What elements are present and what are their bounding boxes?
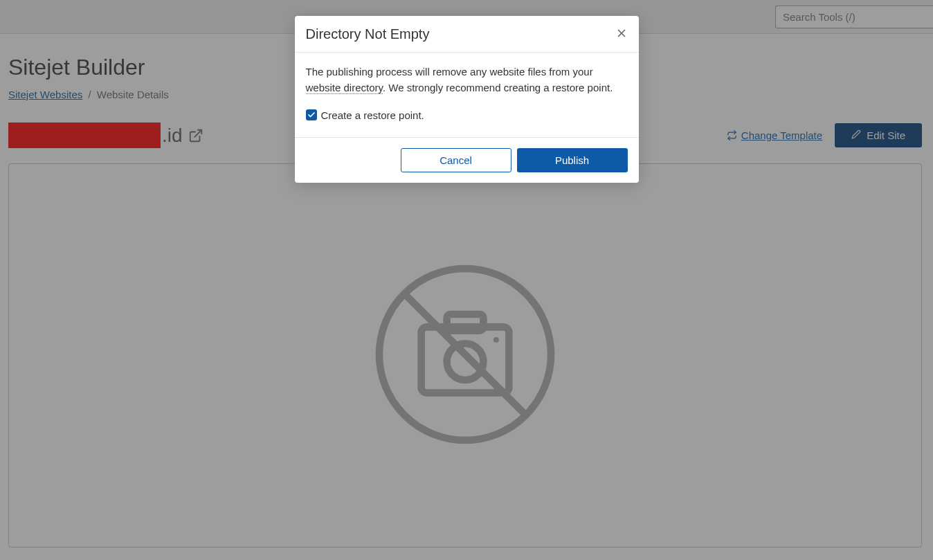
modal-overlay[interactable]: Directory Not Empty The publishing proce… (0, 0, 933, 560)
publish-button[interactable]: Publish (517, 148, 628, 172)
modal-text-part-2: . We strongly recommend creating a resto… (383, 82, 613, 93)
close-icon (615, 27, 628, 42)
modal-title: Directory Not Empty (306, 26, 430, 42)
restore-point-row: Create a restore point. (306, 107, 628, 123)
website-directory-term[interactable]: website directory (306, 82, 383, 94)
modal-text-part-1: The publishing process will remove any w… (306, 66, 593, 78)
cancel-button[interactable]: Cancel (401, 148, 511, 172)
modal-body: The publishing process will remove any w… (295, 53, 639, 137)
directory-not-empty-modal: Directory Not Empty The publishing proce… (295, 16, 639, 183)
checkmark-icon (307, 107, 316, 123)
restore-point-label: Create a restore point. (321, 107, 424, 123)
restore-point-checkbox[interactable] (306, 109, 317, 120)
modal-footer: Cancel Publish (295, 137, 639, 183)
modal-message: The publishing process will remove any w… (306, 64, 628, 96)
close-button[interactable] (615, 27, 628, 42)
modal-header: Directory Not Empty (295, 16, 639, 53)
